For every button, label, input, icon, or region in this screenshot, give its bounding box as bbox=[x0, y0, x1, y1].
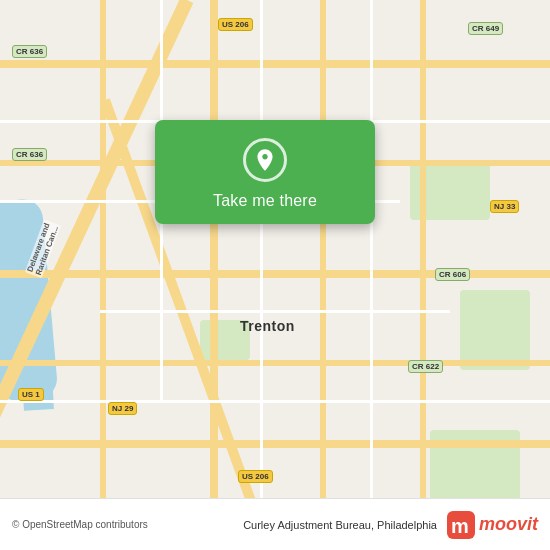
road-local-4 bbox=[260, 0, 263, 550]
location-pin-icon bbox=[252, 147, 278, 173]
road-local-5 bbox=[370, 0, 373, 550]
badge-cr622: CR 622 bbox=[408, 360, 443, 373]
road-local-2 bbox=[100, 310, 450, 313]
attribution-text: © OpenStreetMap contributors bbox=[12, 519, 148, 530]
map-container: Delaware andRaritan Can... Trenton US 20… bbox=[0, 0, 550, 550]
green-east bbox=[460, 290, 530, 370]
badge-us206-bot: US 206 bbox=[238, 470, 273, 483]
svg-text:m: m bbox=[451, 515, 469, 537]
action-card: Take me there bbox=[155, 120, 375, 224]
moovit-logo: Curley Adjustment Bureau, Philadelphia m… bbox=[243, 511, 538, 539]
road-v4 bbox=[420, 0, 426, 550]
road-h1 bbox=[0, 60, 550, 68]
moovit-icon: m bbox=[447, 511, 475, 539]
badge-us1: US 1 bbox=[18, 388, 44, 401]
road-local-7 bbox=[0, 400, 550, 403]
road-h5 bbox=[0, 440, 550, 448]
badge-cr636-tl: CR 636 bbox=[12, 45, 47, 58]
badge-cr636-ml: CR 636 bbox=[12, 148, 47, 161]
badge-cr606: CR 606 bbox=[435, 268, 470, 281]
badge-nj29: NJ 29 bbox=[108, 402, 137, 415]
road-v2 bbox=[210, 0, 218, 550]
bottom-bar: © OpenStreetMap contributors Curley Adju… bbox=[0, 498, 550, 550]
location-pin-circle bbox=[243, 138, 287, 182]
take-me-there-button[interactable]: Take me there bbox=[213, 192, 317, 210]
road-v3 bbox=[320, 0, 326, 550]
road-h4 bbox=[0, 360, 550, 366]
badge-us206-top: US 206 bbox=[218, 18, 253, 31]
city-label: Trenton bbox=[240, 318, 295, 334]
badge-cr649: CR 649 bbox=[468, 22, 503, 35]
footer-label: Curley Adjustment Bureau, Philadelphia bbox=[243, 519, 437, 531]
road-v1 bbox=[100, 0, 106, 550]
moovit-text: moovit bbox=[479, 514, 538, 535]
badge-nj33: NJ 33 bbox=[490, 200, 519, 213]
